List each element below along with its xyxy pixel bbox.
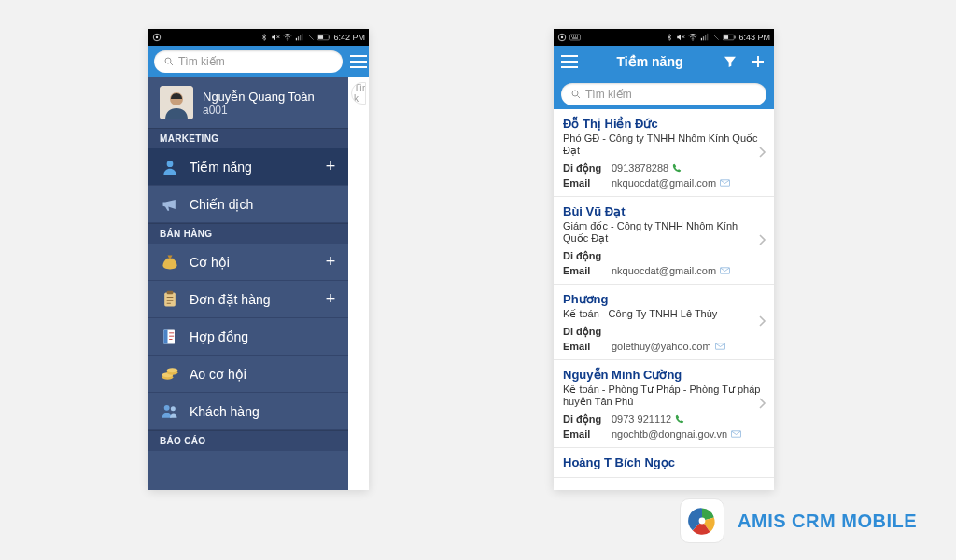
keyboard-icon	[569, 34, 581, 41]
menu-button[interactable]	[559, 55, 580, 68]
email-value: golethuy@yahoo.com	[612, 339, 725, 354]
clipboard-icon	[158, 290, 182, 309]
email-value: nkquocdat@gmail.com	[612, 263, 730, 278]
add-icon[interactable]: +	[322, 289, 339, 309]
contact-subtitle: Giám đốc - Công ty TNHH Nhôm Kính Quốc Đ…	[563, 220, 765, 245]
profile-block[interactable]: Nguyễn Quang Toàn a001	[148, 77, 348, 128]
sidebar-item-tiemnang[interactable]: Tiềm năng +	[148, 148, 348, 186]
svg-point-22	[167, 368, 178, 372]
person-icon	[158, 158, 182, 176]
mobile-label: Di động	[563, 324, 612, 339]
email-value: ngochtb@dongnai.gov.vn	[612, 427, 741, 441]
sidebar-item-khachhang[interactable]: Khách hàng	[148, 393, 348, 430]
contact-name: Phương	[563, 292, 765, 306]
contact-item[interactable]: Hoàng T Bích Ngọc	[554, 448, 774, 478]
peek-search-text: Tìm k	[354, 83, 366, 104]
product-branding: AMIS CRM MOBILE	[680, 498, 917, 543]
contact-item[interactable]: Nguyễn Minh CườngKế toán - Phòng Tư Pháp…	[554, 360, 774, 448]
battery-icon	[317, 34, 330, 41]
app-toolbar: Tiềm năng	[554, 46, 774, 77]
page-title: Tiềm năng	[587, 54, 712, 69]
mobile-value: 0913878288	[612, 161, 682, 175]
usb-icon	[557, 33, 567, 42]
chevron-right-icon	[759, 398, 766, 411]
search-placeholder: Tìm kiếm	[585, 88, 632, 101]
avatar	[160, 86, 193, 119]
svg-rect-16	[167, 290, 174, 293]
mail-icon	[715, 343, 725, 350]
moneybag-icon	[158, 253, 182, 272]
signal-icon	[700, 33, 710, 42]
sidebar-item-label: Tiềm năng	[190, 160, 322, 175]
svg-point-46	[699, 518, 706, 525]
battery-icon	[723, 34, 736, 41]
contact-item[interactable]: Đỗ Thị Hiền ĐứcPhó GĐ - Công ty TNHH Nhô…	[554, 109, 774, 197]
phone-list-screen: 6:43 PM Tiềm năng Tìm kiếm Đỗ Thị Hiền Đ…	[554, 29, 774, 490]
wifi-icon	[283, 33, 292, 42]
mute-icon	[271, 33, 280, 42]
sidebar-item-chiendich[interactable]: Chiến dịch	[148, 186, 348, 223]
app-logo-icon	[680, 498, 724, 543]
search-input[interactable]: Tìm kiếm	[561, 83, 766, 105]
svg-rect-34	[701, 38, 702, 41]
svg-point-33	[693, 39, 694, 40]
sidebar-item-cohoi[interactable]: Cơ hội +	[148, 244, 348, 281]
search-icon	[570, 89, 582, 100]
contact-name: Đỗ Thị Hiền Đức	[563, 117, 765, 131]
contact-subtitle: Kế toán - Công Ty TNHH Lê Thùy	[563, 308, 765, 320]
contact-name: Nguyễn Minh Cường	[563, 368, 765, 382]
chevron-right-icon	[759, 315, 766, 329]
sidebar-item-dondat[interactable]: Đơn đặt hàng +	[148, 281, 348, 318]
email-label: Email	[563, 339, 612, 354]
svg-rect-37	[708, 34, 709, 41]
svg-point-14	[167, 161, 174, 167]
svg-rect-9	[318, 35, 323, 39]
coins-icon	[158, 365, 182, 384]
sidebar-item-hopdong[interactable]: Hợp đồng	[148, 318, 348, 356]
chevron-right-icon	[759, 234, 766, 247]
mail-icon	[720, 267, 730, 274]
mobile-label: Di động	[563, 161, 612, 175]
email-label: Email	[563, 427, 612, 441]
svg-point-11	[165, 58, 171, 63]
add-icon[interactable]: +	[322, 157, 339, 176]
sidebar-item-label: Khách hàng	[190, 404, 339, 419]
svg-point-24	[171, 406, 176, 411]
add-button[interactable]	[748, 53, 768, 70]
sidebar-item-aocohoi[interactable]: Ao cơ hội	[148, 356, 348, 393]
contract-icon	[158, 328, 182, 346]
email-value: nkquocdat@gmail.com	[612, 175, 730, 190]
svg-rect-36	[705, 35, 706, 41]
no-sim-icon	[712, 33, 720, 42]
contacts-list[interactable]: Đỗ Thị Hiền ĐứcPhó GĐ - Công ty TNHH Nhô…	[554, 109, 774, 490]
contact-item[interactable]: Bùi Vũ ĐạtGiám đốc - Công ty TNHH Nhôm K…	[554, 197, 774, 285]
megaphone-icon	[158, 195, 182, 214]
email-label: Email	[563, 175, 612, 190]
sidebar-item-label: Cơ hội	[190, 255, 322, 270]
svg-rect-5	[300, 35, 301, 41]
svg-point-2	[288, 39, 288, 40]
add-icon[interactable]: +	[322, 252, 339, 272]
sidebar-item-label: Ao cơ hội	[190, 367, 339, 382]
mobile-label: Di động	[563, 412, 612, 427]
svg-rect-8	[330, 36, 330, 39]
search-input[interactable]: Tìm kiếm	[154, 50, 343, 73]
profile-name: Nguyễn Quang Toàn	[203, 90, 315, 104]
filter-button[interactable]	[720, 54, 740, 69]
mail-icon	[731, 430, 741, 438]
svg-rect-32	[572, 38, 578, 39]
app-logo-text: AMIS CRM MOBILE	[738, 511, 917, 532]
svg-point-26	[561, 36, 564, 39]
phone-icon	[672, 163, 682, 173]
no-sim-icon	[307, 33, 315, 42]
svg-rect-35	[703, 36, 704, 40]
signal-icon	[295, 33, 304, 42]
section-baocao: BÁO CÁO	[148, 430, 348, 451]
svg-rect-31	[577, 36, 578, 37]
contact-subtitle: Phó GĐ - Công ty TNHH Nhôm Kính Quốc Đạt	[563, 133, 765, 157]
email-label: Email	[563, 263, 612, 278]
mail-icon	[720, 179, 730, 187]
svg-rect-30	[575, 36, 576, 37]
contact-item[interactable]: PhươngKế toán - Công Ty TNHH Lê ThùyDi đ…	[554, 285, 774, 360]
svg-rect-29	[573, 36, 574, 37]
